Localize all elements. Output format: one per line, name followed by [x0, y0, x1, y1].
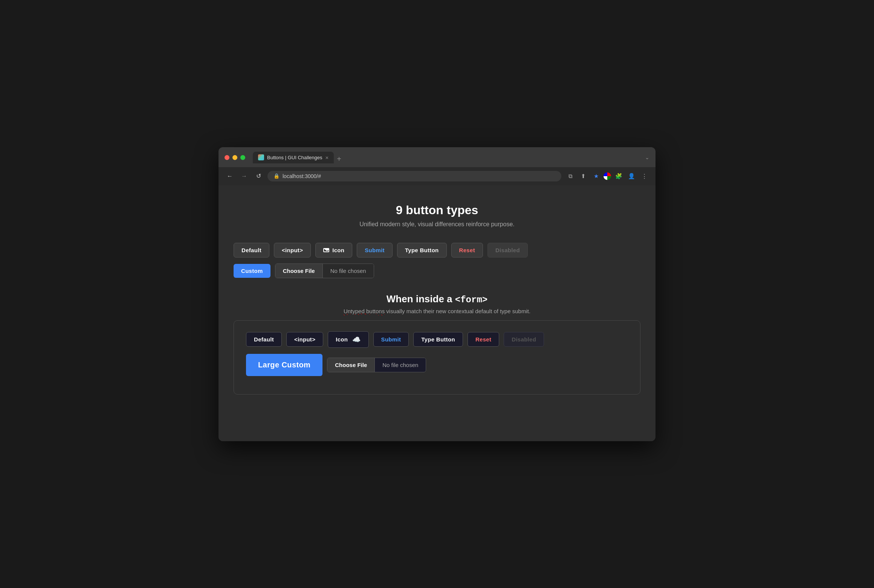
form-icon-button[interactable]: Icon ☁️	[328, 331, 368, 348]
icon-button[interactable]: Icon	[315, 243, 352, 257]
form-section-header: When inside a <form> Untyped buttons vis…	[234, 293, 640, 314]
form-section-title: When inside a <form>	[234, 293, 640, 305]
form-section-subtitle: Untyped buttons visually match their new…	[234, 308, 640, 314]
external-link-icon[interactable]: ⧉	[565, 171, 576, 181]
top-button-row: Default <input> Icon Submit Type Button …	[234, 243, 640, 257]
title-bar: Buttons | GUI Challenges × + ⌄	[218, 147, 656, 167]
form-button-row: Default <input> Icon ☁️ Submit Type Butt…	[246, 331, 628, 348]
submit-button[interactable]: Submit	[357, 243, 393, 257]
lock-icon: 🔒	[274, 173, 280, 179]
tab-close-button[interactable]: ×	[325, 154, 329, 161]
form-reset-button[interactable]: Reset	[468, 332, 499, 347]
more-options-icon[interactable]: ⋮	[639, 171, 649, 181]
profile-icon: 👤	[626, 171, 637, 181]
tabs-dropdown-button[interactable]: ⌄	[645, 154, 649, 160]
page-subtitle: Unified modern style, visual differences…	[234, 221, 640, 228]
tab-title: Buttons | GUI Challenges	[267, 155, 322, 160]
form-type-button[interactable]: Type Button	[413, 332, 463, 347]
cloud-icon: ☁️	[352, 335, 361, 344]
share-icon[interactable]: ⬆	[578, 171, 588, 181]
browser-nav-actions: ⧉ ⬆ ★ 🧩 👤 ⋮	[565, 171, 649, 181]
large-custom-button[interactable]: Large Custom	[246, 354, 322, 376]
form-submit-button[interactable]: Submit	[373, 332, 409, 347]
file-no-chosen-label: No file chosen	[323, 264, 374, 278]
form-icon-button-label: Icon	[336, 336, 348, 343]
close-traffic-light[interactable]	[225, 155, 229, 160]
form-choose-file-button[interactable]: Choose File	[327, 358, 375, 372]
envelope-icon	[323, 248, 329, 252]
maximize-traffic-light[interactable]	[240, 155, 245, 160]
traffic-lights	[225, 155, 245, 160]
default-button[interactable]: Default	[234, 243, 269, 257]
choose-file-button[interactable]: Choose File	[275, 264, 323, 278]
untyped-buttons-text: Untyped buttons	[344, 308, 385, 314]
icon-button-label: Icon	[332, 247, 344, 253]
navigation-bar: ← → ↺ 🔒 localhost:3000/# ⧉ ⬆ ★ 🧩 👤 ⋮	[218, 167, 656, 185]
form-section-box: Default <input> Icon ☁️ Submit Type Butt…	[234, 320, 640, 395]
custom-file-row: Custom Choose File No file chosen	[234, 264, 640, 278]
page-title: 9 button types	[234, 203, 640, 217]
disabled-button: Disabled	[487, 243, 528, 257]
input-button[interactable]: <input>	[274, 243, 311, 257]
tab-favicon	[258, 154, 264, 160]
custom-button[interactable]: Custom	[234, 264, 270, 278]
forward-button[interactable]: →	[239, 171, 249, 181]
address-bar[interactable]: 🔒 localhost:3000/#	[267, 171, 561, 181]
new-tab-button[interactable]: +	[334, 155, 344, 163]
form-disabled-button: Disabled	[504, 332, 544, 347]
form-file-no-chosen-label: No file chosen	[375, 358, 426, 372]
minimize-traffic-light[interactable]	[232, 155, 237, 160]
extensions-icon[interactable]: 🧩	[613, 171, 624, 181]
bookmark-icon[interactable]: ★	[591, 171, 601, 181]
tabs-row: Buttons | GUI Challenges × +	[253, 152, 344, 163]
file-input-wrapper: Choose File No file chosen	[275, 264, 374, 278]
active-tab[interactable]: Buttons | GUI Challenges ×	[253, 152, 334, 163]
refresh-button[interactable]: ↺	[253, 171, 264, 181]
back-button[interactable]: ←	[225, 171, 235, 181]
reset-button[interactable]: Reset	[451, 243, 483, 257]
form-input-button[interactable]: <input>	[286, 332, 323, 347]
form-custom-file-row: Large Custom Choose File No file chosen	[246, 354, 628, 376]
form-file-input-wrapper: Choose File No file chosen	[327, 358, 426, 372]
url-text: localhost:3000/#	[283, 173, 321, 179]
type-button[interactable]: Type Button	[397, 243, 447, 257]
browser-window: Buttons | GUI Challenges × + ⌄ ← → ↺ 🔒 l…	[218, 147, 656, 441]
form-default-button[interactable]: Default	[246, 332, 282, 347]
page-content: 9 button types Unified modern style, vis…	[218, 185, 656, 441]
pizza-icon[interactable]	[604, 172, 611, 180]
